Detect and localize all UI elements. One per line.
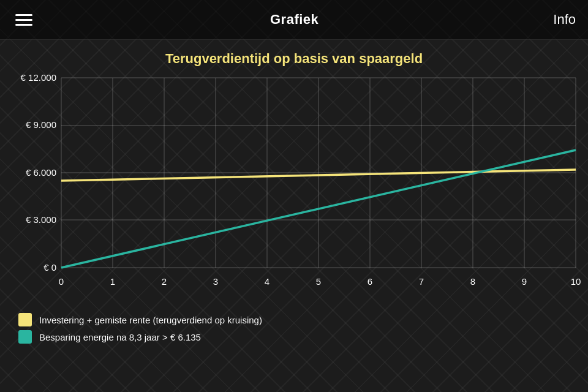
svg-text:5: 5 (316, 276, 321, 287)
legend-color-investment (18, 313, 32, 326)
svg-text:9: 9 (522, 276, 527, 287)
svg-text:7: 7 (419, 276, 424, 287)
chart-svg: € 12.000 € 9.000 € 6.000 € 3.000 € 0 0 1… (12, 72, 588, 304)
menu-button[interactable] (12, 11, 36, 29)
legend-text-savings: Besparing energie na 8,3 jaar > € 6.135 (39, 332, 201, 342)
svg-text:3: 3 (213, 276, 218, 287)
info-button[interactable]: Info (553, 12, 576, 28)
svg-text:8: 8 (470, 276, 475, 287)
svg-text:€ 9.000: € 9.000 (26, 119, 56, 130)
legend: Investering + gemiste rente (terugverdie… (0, 307, 588, 353)
svg-text:2: 2 (162, 276, 167, 287)
svg-text:4: 4 (265, 276, 270, 287)
svg-text:6: 6 (368, 276, 372, 287)
svg-text:€ 0: € 0 (43, 262, 56, 273)
page-title: Grafiek (270, 12, 318, 28)
header: Grafiek Info (0, 0, 588, 40)
legend-text-investment: Investering + gemiste rente (terugverdie… (39, 315, 262, 325)
svg-text:€ 6.000: € 6.000 (26, 167, 56, 178)
legend-color-savings (18, 330, 32, 344)
svg-text:€ 3.000: € 3.000 (26, 214, 56, 225)
svg-text:€ 12.000: € 12.000 (21, 72, 56, 83)
chart-container: € 12.000 € 9.000 € 6.000 € 3.000 € 0 0 1… (0, 72, 588, 304)
main-content: Terugverdientijd op basis van spaargeld (0, 40, 588, 353)
legend-item-2: Besparing energie na 8,3 jaar > € 6.135 (18, 330, 570, 344)
svg-text:0: 0 (59, 276, 64, 287)
chart-title: Terugverdientijd op basis van spaargeld (0, 46, 588, 67)
svg-text:10: 10 (571, 276, 581, 287)
svg-text:1: 1 (110, 276, 115, 287)
legend-item-1: Investering + gemiste rente (terugverdie… (18, 313, 570, 326)
